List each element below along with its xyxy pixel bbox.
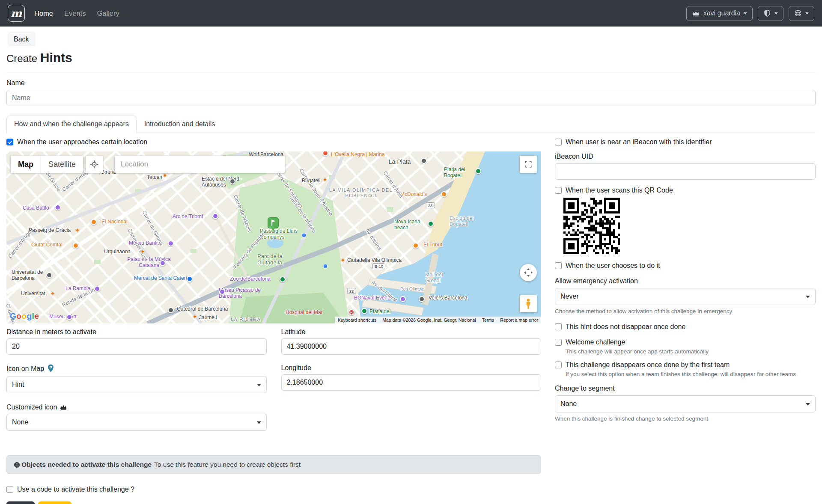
map-poi-marker[interactable] <box>94 286 100 292</box>
map-poi-diamond-marker[interactable] <box>75 228 80 232</box>
map-poi-marker[interactable] <box>46 272 52 278</box>
tab-introduction-details[interactable]: Introduction and details <box>137 116 223 133</box>
map-label: Carrer de Sardenya <box>274 169 304 209</box>
terms-link[interactable]: Terms <box>479 317 497 323</box>
map-poi-marker[interactable] <box>322 151 328 156</box>
map-data-text: Map data ©2026 Google, Inst. Geogr. Naci… <box>379 317 479 323</box>
map-poi-marker[interactable] <box>219 289 225 295</box>
map-poi-diamond-marker[interactable] <box>323 178 327 182</box>
selected-location-flag-marker[interactable] <box>268 217 279 233</box>
checkbox-unchecked-icon <box>555 262 562 269</box>
google-map[interactable]: Wolf.BarcelonaL'Ovella Negra | MarinaBog… <box>6 151 541 323</box>
map-poi-marker[interactable]: H <box>348 309 354 315</box>
map-poi-marker[interactable] <box>441 191 447 197</box>
map-poi-marker[interactable] <box>91 219 97 225</box>
map-poi-marker[interactable] <box>187 276 193 282</box>
crown-icon <box>60 403 67 411</box>
fullscreen-button[interactable] <box>520 156 537 173</box>
street-view-pegman[interactable] <box>520 295 537 312</box>
distance-input[interactable] <box>6 338 267 355</box>
emergency-activation-label: Allow emergency activation <box>555 277 816 285</box>
nav-link-home[interactable]: Home <box>34 9 53 18</box>
activation-options-section: When user is near an iBeacon with this i… <box>555 138 816 422</box>
chevron-down-icon <box>805 12 809 15</box>
map-poi-diamond-marker[interactable] <box>163 173 167 178</box>
no-disappear-checkbox[interactable]: This hint does not disappear once done <box>555 323 816 331</box>
map-poi-diamond-marker[interactable] <box>193 314 197 319</box>
map-poi-marker[interactable] <box>168 307 174 313</box>
google-logo[interactable]: Google <box>10 311 39 321</box>
checkbox-label: Welcome challenge <box>566 338 625 346</box>
ibeacon-checkbox[interactable]: When user is near an iBeacon with this i… <box>555 138 816 146</box>
emergency-activation-select[interactable]: Never <box>555 288 816 305</box>
map-poi-marker[interactable] <box>212 213 218 219</box>
map-poi-diamond-marker[interactable] <box>51 291 55 296</box>
map-type-map-button[interactable]: Map <box>11 156 41 173</box>
app-logo[interactable]: m <box>8 5 25 22</box>
map-poi-marker[interactable] <box>421 158 427 164</box>
user-chooses-checkbox[interactable]: When the user chooses to do it <box>555 262 816 270</box>
name-input[interactable] <box>6 90 816 106</box>
map-type-satellite-button[interactable]: Satellite <box>41 156 83 173</box>
approach-location-checkbox[interactable]: When the user approaches certain locatio… <box>6 138 541 146</box>
tab-how-and-when[interactable]: How and when the challenge appears <box>6 116 137 133</box>
icon-on-map-select[interactable]: Hint <box>6 376 267 393</box>
alert-bold-text: Objects needed to activate this challeng… <box>21 461 152 468</box>
latitude-label: Latitude <box>281 328 542 336</box>
map-poi-marker[interactable] <box>66 314 72 320</box>
map-poi-marker[interactable] <box>419 296 425 302</box>
map-label: Platja del Bogatell <box>444 167 481 179</box>
welcome-challenge-checkbox[interactable]: Welcome challenge <box>555 338 816 346</box>
map-navigation-marker[interactable] <box>323 264 328 269</box>
pan-control[interactable] <box>520 264 537 281</box>
crown-icon <box>692 9 700 18</box>
map-navigation-marker[interactable] <box>302 233 307 238</box>
checkbox-unchecked-icon <box>555 323 562 330</box>
admin-menu-button[interactable] <box>758 6 783 21</box>
checkbox-unchecked-icon <box>555 339 562 346</box>
customized-icon-select[interactable]: None <box>6 414 267 431</box>
cancel-button[interactable]: Cancel <box>38 501 71 504</box>
map-poi-marker[interactable] <box>361 308 367 314</box>
change-segment-select[interactable]: None <box>555 395 816 412</box>
chevron-down-icon <box>744 12 747 15</box>
map-poi-marker[interactable] <box>168 240 174 246</box>
map-poi-marker[interactable] <box>400 296 406 302</box>
map-poi-marker[interactable] <box>413 243 419 249</box>
map-poi-marker[interactable] <box>229 178 235 184</box>
map-label: McDonald's <box>400 192 427 198</box>
pegman-icon <box>524 298 533 309</box>
use-code-checkbox[interactable]: Use a code to activate this challenge ? <box>6 486 541 493</box>
map-poi-marker[interactable] <box>73 243 79 249</box>
map-poi-marker[interactable] <box>280 276 286 282</box>
customized-icon-value: None <box>12 418 28 426</box>
map-label: Espigó del Bogatell <box>450 216 486 228</box>
map-label: Ciutat Comtal <box>31 242 63 248</box>
keyboard-shortcuts-link[interactable]: Keyboard shortcuts <box>335 317 379 323</box>
checkbox-checked-icon <box>6 139 13 145</box>
info-icon <box>14 462 20 468</box>
map-poi-marker[interactable] <box>475 168 481 174</box>
longitude-input[interactable] <box>281 374 542 391</box>
first-team-checkbox[interactable]: This challenge disappears once done by t… <box>555 361 816 369</box>
back-button[interactable]: Back <box>8 33 35 46</box>
map-label: Carrer de Nàpols <box>232 194 252 233</box>
user-menu-button[interactable]: xavi guardia <box>686 6 753 21</box>
latitude-input[interactable] <box>281 338 542 355</box>
ibeacon-uid-input[interactable] <box>555 163 816 180</box>
map-location-search-input[interactable] <box>115 156 285 173</box>
nav-link-gallery[interactable]: Gallery <box>97 9 119 18</box>
language-menu-button[interactable] <box>789 6 814 21</box>
user-name: xavi guardia <box>703 9 740 17</box>
icon-on-map-label: Icon on Map <box>6 364 267 374</box>
report-map-error-link[interactable]: Report a map error <box>497 317 541 323</box>
nav-link-events[interactable]: Events <box>64 9 86 18</box>
geolocate-button[interactable] <box>86 156 103 173</box>
qr-code-checkbox[interactable]: When the user scans this QR Code <box>555 187 816 194</box>
save-button[interactable]: Save <box>6 501 35 504</box>
icon-on-map-label-text: Icon on Map <box>6 365 44 373</box>
map-poi-marker[interactable] <box>428 221 434 227</box>
map-poi-marker[interactable] <box>55 205 61 210</box>
map-poi-diamond-marker[interactable] <box>341 258 345 262</box>
map-poi-marker[interactable] <box>160 260 166 266</box>
